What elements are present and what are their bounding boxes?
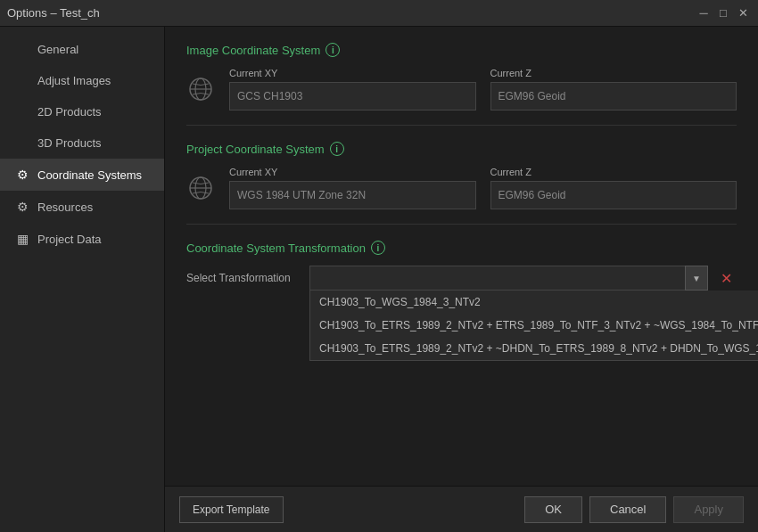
project-coord-group: Current XY Current Z: [229, 167, 737, 209]
bottom-bar: Export Template OK Cancel Apply: [165, 486, 758, 532]
transform-select[interactable]: [309, 266, 708, 291]
sidebar-item-label: Project Data: [37, 233, 102, 246]
close-button[interactable]: ✕: [735, 5, 751, 21]
sidebar-item-label: General: [37, 43, 78, 56]
resources-icon: ⚙: [14, 200, 30, 214]
bottom-left: Export Template: [179, 496, 284, 523]
sidebar-item-coordinate-systems[interactable]: ⚙ Coordinate Systems: [0, 159, 164, 191]
transformation-dropdown-list: CH1903_To_WGS_1984_3_NTv2 CH1903_To_ETRS…: [309, 291, 758, 361]
transform-header: Coordinate System Transformation i: [186, 241, 737, 255]
content-area: Image Coordinate System i Current XY: [165, 27, 758, 532]
coordinate-systems-icon: ⚙: [14, 168, 30, 182]
dropdown-item-0[interactable]: CH1903_To_WGS_1984_3_NTv2: [310, 291, 758, 314]
image-z-field: Current Z: [490, 68, 737, 110]
section-divider-2: [186, 224, 737, 225]
project-data-icon: ▦: [14, 232, 30, 246]
dropdown-item-1[interactable]: CH1903_To_ETRS_1989_2_NTv2 + ETRS_1989_T…: [310, 314, 758, 337]
project-coords-title: Project Coordinate System: [186, 143, 325, 156]
image-xy-field: Current XY: [229, 68, 476, 110]
project-xy-label: Current XY: [229, 167, 476, 177]
window-title: Options – Test_ch: [7, 6, 100, 20]
project-z-input[interactable]: [490, 181, 737, 209]
transform-info-icon[interactable]: i: [371, 241, 385, 255]
sidebar-item-label: Resources: [37, 201, 93, 214]
sidebar-item-label: 3D Products: [37, 136, 102, 150]
sidebar-item-label: Coordinate Systems: [37, 168, 142, 182]
content-body: Image Coordinate System i Current XY: [165, 27, 758, 486]
sidebar-item-3d-products[interactable]: 3D Products: [0, 127, 164, 159]
project-xy-field: Current XY: [229, 167, 476, 209]
image-coords-info-icon[interactable]: i: [325, 43, 340, 57]
maximize-button[interactable]: □: [715, 5, 731, 21]
dropdown-item-2[interactable]: CH1903_To_ETRS_1989_2_NTv2 + ~DHDN_To_ET…: [310, 337, 758, 360]
image-coord-group: Current XY Current Z: [229, 68, 737, 110]
project-xy-input[interactable]: [229, 181, 476, 209]
image-z-label: Current Z: [490, 68, 737, 78]
ok-button[interactable]: OK: [524, 496, 582, 523]
project-coords-row: Current XY Current Z: [186, 167, 737, 209]
sidebar-item-2d-products[interactable]: 2D Products: [0, 96, 164, 127]
clear-transformation-button[interactable]: ✕: [715, 266, 737, 291]
image-z-input[interactable]: [490, 82, 737, 110]
image-coords-title: Image Coordinate System: [186, 44, 320, 57]
project-coords-header: Project Coordinate System i: [186, 142, 737, 156]
sidebar-item-adjust-images[interactable]: Adjust Images: [0, 65, 164, 96]
transform-row: Select Transformation ▼ ✕: [186, 266, 737, 291]
main-container: General Adjust Images 2D Products 3D Pro…: [0, 27, 758, 532]
sidebar: General Adjust Images 2D Products 3D Pro…: [0, 27, 165, 532]
project-z-label: Current Z: [490, 167, 737, 177]
export-template-button[interactable]: Export Template: [179, 496, 284, 523]
image-coords-row: Current XY Current Z: [186, 68, 737, 110]
sidebar-item-resources[interactable]: ⚙ Resources: [0, 191, 164, 223]
image-globe-icon: [186, 75, 215, 103]
apply-button[interactable]: Apply: [673, 496, 744, 523]
project-globe-icon: [186, 174, 215, 202]
sidebar-item-label: Adjust Images: [37, 74, 111, 87]
project-coords-info-icon[interactable]: i: [330, 142, 344, 156]
image-xy-label: Current XY: [229, 68, 476, 78]
section-divider-1: [186, 125, 737, 126]
sidebar-item-general[interactable]: General: [0, 34, 164, 65]
image-coords-header: Image Coordinate System i: [186, 43, 737, 57]
sidebar-item-project-data[interactable]: ▦ Project Data: [0, 223, 164, 255]
transform-select-label: Select Transformation: [186, 272, 302, 284]
cancel-button[interactable]: Cancel: [589, 496, 666, 523]
window-controls: ─ □ ✕: [696, 5, 751, 21]
transform-section: Coordinate System Transformation i Selec…: [186, 241, 737, 361]
project-z-field: Current Z: [490, 167, 737, 209]
transform-select-wrapper: ▼: [309, 266, 708, 291]
title-bar: Options – Test_ch ─ □ ✕: [0, 0, 758, 27]
transform-title: Coordinate System Transformation: [186, 241, 366, 255]
bottom-right: OK Cancel Apply: [524, 496, 744, 523]
image-xy-input[interactable]: [229, 82, 476, 110]
sidebar-item-label: 2D Products: [37, 105, 102, 119]
minimize-button[interactable]: ─: [696, 5, 712, 21]
